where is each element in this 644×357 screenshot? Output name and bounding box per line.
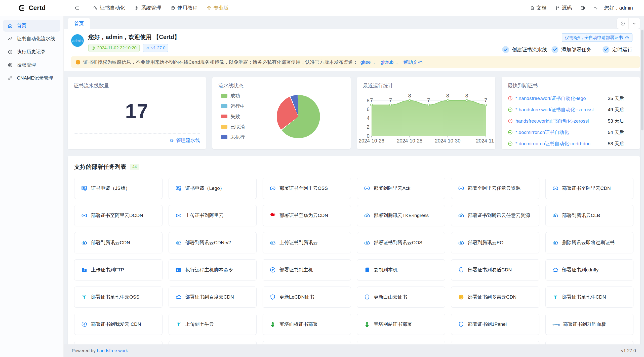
legend-item[interactable]: 已取消 [221,124,245,130]
task-card[interactable]: 上传证书到FTP [74,259,163,280]
legend-item[interactable]: 运行中 [221,103,245,110]
task-card[interactable]: 部署到腾讯云CDN [74,232,163,253]
task-card-partial[interactable] [263,341,351,344]
nav-system-manage[interactable]: 系统管理 [131,2,165,14]
theme-sparkles-icon[interactable] [590,3,601,13]
task-card[interactable]: 证书申请（Lego） [169,178,257,199]
manage-pipelines-link[interactable]: 管理流水线 [169,137,200,144]
avatar[interactable]: admin [71,34,84,47]
check-circle-icon [508,141,513,146]
user-greeting[interactable]: 您好，admin [603,5,634,11]
source-code-link[interactable]: 源码 [552,2,575,14]
task-card[interactable]: 部署到腾讯云TKE-ingress [357,205,445,226]
tencent-icon [552,239,559,246]
vertical-scrollbar[interactable] [640,29,644,344]
sidebar-label: 首页 [17,22,26,29]
task-card[interactable]: Synology部署证书到群晖面板 [545,314,634,335]
gitee-link[interactable]: gitee [360,59,371,65]
task-card[interactable]: 执行远程主机脚本命令 [169,259,257,280]
task-card[interactable]: 部署证书到腾讯云任意云资源 [451,205,539,226]
task-label: 证书申请（JS版） [91,185,130,192]
legend-item[interactable]: 未执行 [221,134,245,140]
task-card[interactable]: 部署到腾讯云CLB [545,205,634,226]
task-card[interactable]: 部署证书至阿里云OSS [263,178,351,199]
task-card[interactable]: 部署证书至华为云CDN [263,205,351,226]
tab-home[interactable]: 首页 [68,18,90,29]
legend-item[interactable]: 失败 [221,113,245,120]
task-card[interactable]: 删除腾讯云即将过期证书 [545,232,634,253]
task-label: 部署证书到腾讯云任意云资源 [468,212,530,219]
task-card[interactable]: 上传到七牛云 [169,314,257,335]
welcome-panel: admin 您好，admin，欢迎使用 【Certd】 2024-11-02 2… [64,29,644,71]
task-card[interactable]: 部署证书至七牛CDN [545,287,634,308]
card-title: 最近运行统计 [363,82,489,89]
nav-pro-version[interactable]: 专业版 [203,2,232,14]
card-title: 流水线状态 [218,82,345,89]
help-doc-link[interactable]: 帮助文档 [403,59,422,65]
task-card[interactable]: 上传证书到腾讯云 [263,232,351,253]
cert-pipeline-link[interactable]: *.docmirror.cn证书自动化 [515,129,605,136]
guide-badge[interactable]: 仅需3步，全自动申请部署证书 [562,33,632,42]
check-circle-icon [508,107,513,112]
task-card[interactable]: 部署证书到多吉云CDN [451,287,539,308]
task-card[interactable]: 部署证书到百度云CDN [169,287,257,308]
nav-tutorial[interactable]: 使用教程 [167,2,201,14]
task-card[interactable]: 部署到腾讯云CDN-v2 [169,232,257,253]
task-label: 部署证书到多吉云CDN [468,294,516,300]
pipeline-status-pie[interactable] [277,95,320,138]
task-card-partial[interactable] [357,341,445,344]
recent-runs-chart[interactable]: 024682024-10-262024-10-282024-10-302024-… [363,90,489,144]
sidebar-item-pipelines[interactable]: 证书自动化流水线 [3,33,60,45]
task-card[interactable]: 更新LeCDN证书 [263,287,351,308]
task-card[interactable]: 部署证书到腾讯云COS [357,232,445,253]
task-card[interactable]: 证书申请（JS版） [74,178,163,199]
task-card[interactable]: 部署证书至七牛云OSS [74,287,163,308]
app-header: Certd 证书自动化 系统管理 使用教程 专业版 文档 源码 [0,0,644,16]
cert-pipeline-link[interactable]: *.handsfree.work证书自动化--zerossl [515,106,605,113]
aliyun-icon [81,212,88,219]
scrollbar-thumb[interactable] [641,30,643,130]
cert-pipeline-link[interactable]: *.docmirror.cn证书自动化-certd-doc [515,140,605,147]
welcome-title: 您好，admin，欢迎使用 【Certd】 [88,33,180,41]
sidebar-item-history[interactable]: 执行历史记录 [3,46,60,58]
task-card[interactable]: 宝塔网站证书部署 [357,314,445,335]
task-card[interactable]: 部署证书至阿里云CDN [545,178,634,199]
collapse-menu-icon[interactable] [72,3,82,13]
task-card-partial[interactable] [545,341,634,344]
cert-pipeline-link[interactable]: *.handsfree.work证书自动化-lego [515,95,605,102]
task-card[interactable]: 部署证书到cdnfly [545,259,634,280]
legend-item[interactable]: 成功 [221,93,245,99]
svg-text:2024-10-26: 2024-10-26 [359,138,384,144]
sidebar-item-cname[interactable]: CNAME记录管理 [3,72,60,84]
task-card-partial[interactable] [74,341,163,344]
sidebar-item-authorization[interactable]: 授权管理 [3,59,60,71]
task-card-partial[interactable] [451,341,539,344]
handsfree-link[interactable]: handsfree.work [97,348,128,353]
cert-pipeline-link[interactable]: handsfree.work证书自动化-zerossl [515,118,605,124]
docs-link[interactable]: 文档 [527,2,550,14]
task-card-partial[interactable] [169,341,257,344]
close-tabs-icon[interactable] [617,18,628,29]
task-card[interactable]: 部署到阿里云Ack [357,178,445,199]
task-label: 部署至阿里云任意云资源 [468,185,520,192]
task-card[interactable]: 部署证书到主机 [263,259,351,280]
task-card[interactable]: 复制到本机 [357,259,445,280]
github-link[interactable]: github [381,59,394,65]
task-card[interactable]: 更新白山云证书 [357,287,445,308]
brand[interactable]: Certd [0,4,64,12]
task-card[interactable]: 部署到腾讯云EO [451,232,539,253]
nav-cert-automation[interactable]: 证书自动化 [89,2,129,14]
task-card[interactable]: 部署证书到1Panel [451,314,539,335]
sidebar-item-home[interactable]: 首页 [3,20,60,32]
qiniu-icon [175,321,182,328]
task-card[interactable]: 宝塔面板证书部署 [263,314,351,335]
history-icon [8,49,13,55]
task-card[interactable]: 部署证书至阿里云DCDN [74,205,163,226]
task-card[interactable]: 部署至阿里云任意云资源 [451,178,539,199]
task-card[interactable]: 上传证书到阿里云 [169,205,257,226]
task-card[interactable]: 部署证书到我爱云 CDN [74,314,163,335]
chevron-down-icon[interactable] [628,18,640,29]
language-globe-icon[interactable] [578,3,588,13]
source-label: 源码 [562,5,572,11]
task-card[interactable]: 部署证书到易盾CDN [451,259,539,280]
